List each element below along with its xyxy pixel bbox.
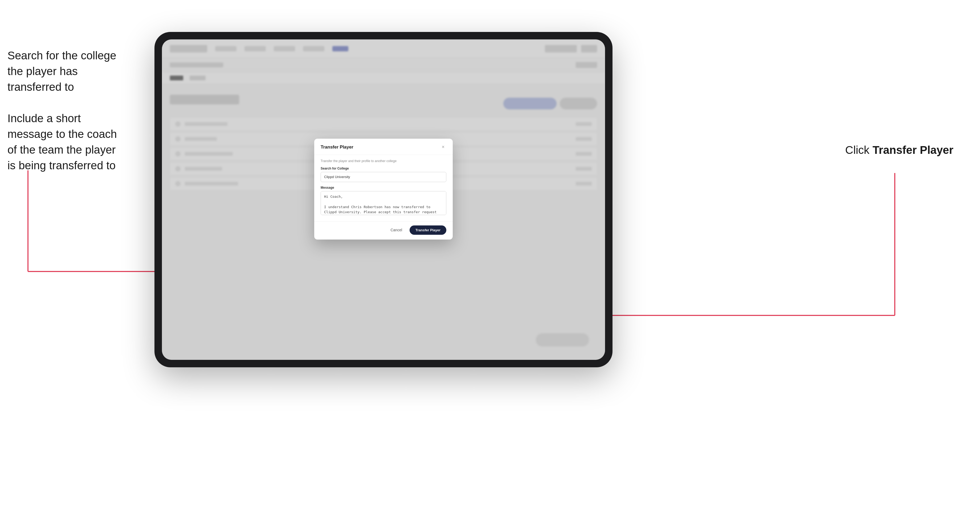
annotation-text-2: Include a short message to the coach of … [8, 111, 119, 173]
annotation-right-prefix: Click [845, 144, 873, 156]
modal-close-button[interactable]: × [440, 144, 446, 151]
transfer-player-button[interactable]: Transfer Player [410, 225, 446, 235]
annotation-right-bold: Transfer Player [872, 144, 953, 156]
modal-title: Transfer Player [321, 144, 353, 150]
modal-overlay: Transfer Player × Transfer the player an… [162, 40, 605, 360]
annotation-left: Search for the college the player has tr… [8, 48, 119, 173]
annotation-text-1: Search for the college the player has tr… [8, 48, 119, 95]
annotation-right: Click Transfer Player [845, 144, 953, 157]
transfer-player-modal: Transfer Player × Transfer the player an… [314, 139, 453, 240]
search-college-input[interactable] [321, 172, 446, 182]
modal-description: Transfer the player and their profile to… [321, 159, 446, 163]
tablet-screen: Transfer Player × Transfer the player an… [162, 40, 605, 360]
search-college-label: Search for College [321, 167, 446, 170]
cancel-button[interactable]: Cancel [386, 226, 406, 234]
modal-header: Transfer Player × [314, 139, 453, 155]
modal-footer: Cancel Transfer Player [314, 221, 453, 240]
tablet-device: Transfer Player × Transfer the player an… [154, 32, 612, 367]
modal-body: Transfer the player and their profile to… [314, 155, 453, 221]
message-label: Message [321, 186, 446, 189]
message-textarea[interactable]: Hi Coach, I understand Chris Robertson h… [321, 191, 446, 215]
